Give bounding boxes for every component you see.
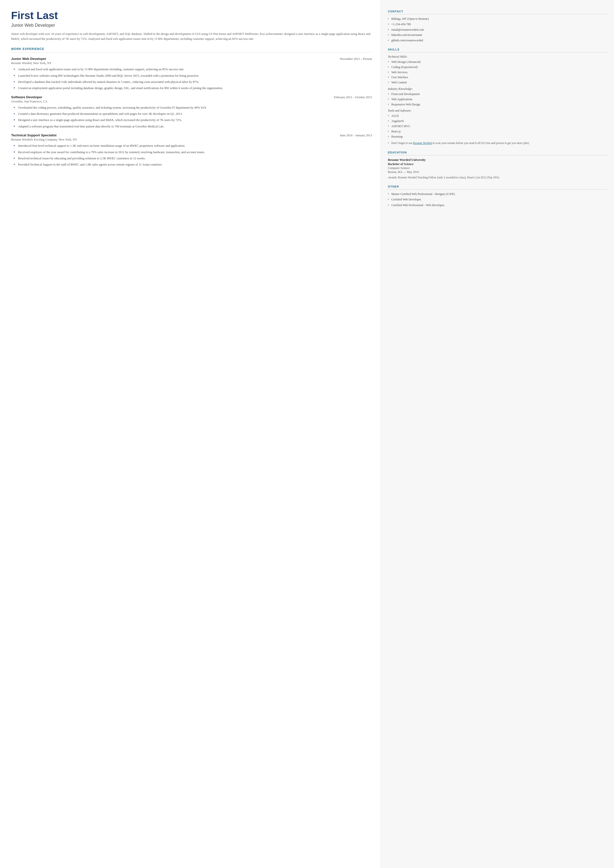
promo-link-text: Resume Worded	[413, 141, 432, 144]
industry-skills-list: Front-end Development Web Applications R…	[388, 92, 607, 106]
promo-prefix: Don't forget to use	[391, 141, 413, 144]
job-1-title: Junior Web Developer	[11, 57, 46, 61]
edu-field: Computer Science	[388, 166, 607, 170]
other-title: OTHER	[388, 185, 607, 189]
list-item: Web Content	[388, 81, 607, 85]
job-3-dates: June 2010 – January 2013	[340, 134, 372, 137]
job-2-bullets: Overhauled the coding process, schedulin…	[11, 106, 372, 129]
list-item: ASP.NET MVC	[388, 124, 607, 129]
main-content: First Last Junior Web Developer Junior w…	[0, 0, 381, 868]
list-item: linkedin.com/in/username	[388, 33, 607, 37]
edu-awards: Awards: Resume Worded Teaching Fellow (o…	[388, 175, 607, 180]
list-item: Billings, MT (Open to Remote)	[388, 17, 607, 21]
list-item: Created a data dictionary generator that…	[14, 112, 372, 116]
edu-school: Resume Worded University	[388, 158, 607, 162]
list-item: AngularJS	[388, 119, 607, 123]
job-2-company: Growthsi, San Francisco, CA	[11, 100, 372, 103]
list-item: Web Design (Advanced)	[388, 60, 607, 64]
header: First Last Junior Web Developer Junior w…	[11, 10, 372, 41]
list-item: Certified Web Professional - Web Develop…	[388, 203, 607, 207]
list-item: Resolved technical issues by educating a…	[14, 156, 372, 161]
candidate-title: Junior Web Developer	[11, 23, 372, 28]
education-title: EDUCATION	[388, 151, 607, 155]
job-1-header: Junior Web Developer November 2015 – Pre…	[11, 57, 372, 61]
list-item: Web Applications	[388, 97, 607, 101]
resume-worded-link[interactable]: Resume Worded	[413, 141, 432, 144]
list-item: Created an employment application portal…	[14, 86, 372, 90]
skills-title: SKILLS	[388, 48, 607, 53]
list-item: Coding (Experienced)	[388, 65, 607, 69]
list-item: Designed a user interface as a single-pa…	[14, 118, 372, 123]
skills-category-tools: Tools and Software:	[388, 109, 607, 113]
list-item: Developed a database that tracked 3.6K i…	[14, 80, 372, 84]
edu-degree: Bachelor of Science	[388, 162, 607, 166]
job-3-company: Resume Worded's Exciting Company, New Yo…	[11, 138, 372, 141]
promo-suffix: to scan your resume before you send it o…	[432, 141, 529, 144]
education-section: EDUCATION Resume Worded University Bache…	[388, 151, 607, 180]
list-item: AJAX	[388, 114, 607, 118]
job-2-title: Software Developer	[11, 95, 42, 99]
edu-location: Boston, MA — May 2010	[388, 170, 607, 174]
list-item: Front-end Development	[388, 92, 607, 96]
list-item: Overhauled the coding process, schedulin…	[14, 106, 372, 110]
list-item: Bootstrap	[388, 135, 607, 139]
job-2-dates: February 2013 – October 2015	[334, 96, 372, 99]
job-1-dates: November 2015 – Present	[340, 57, 372, 61]
contact-title: CONTACT	[388, 10, 607, 14]
list-item: User Interface	[388, 75, 607, 79]
skills-section: SKILLS Technical Skills: Web Design (Adv…	[388, 48, 607, 146]
list-item: Introduced first-level technical support…	[14, 143, 372, 148]
job-1-bullets: Analyzed and fixed web application issue…	[11, 67, 372, 91]
list-item: Responsive Web Design	[388, 102, 607, 107]
work-experience-title: WORK EXPERIENCE	[11, 47, 372, 53]
job-2: Software Developer February 2013 – Octob…	[11, 95, 372, 129]
other-section: OTHER Master Certified Web Professional …	[388, 185, 607, 207]
list-item: Launched 8 new websites using RW technol…	[14, 73, 372, 78]
tools-skills-list: AJAX AngularJS ASP.NET MVC React.js Boot…	[388, 114, 607, 138]
job-3-bullets: Introduced first-level technical support…	[11, 143, 372, 167]
job-3-header: Technical Support Specialist June 2010 –…	[11, 134, 372, 137]
contact-section: CONTACT Billings, MT (Open to Remote) +1…	[388, 10, 607, 43]
work-experience-section: WORK EXPERIENCE Junior Web Developer Nov…	[11, 47, 372, 167]
job-3-title: Technical Support Specialist	[11, 134, 57, 137]
list-item: github.com/resumeworded	[388, 38, 607, 43]
job-2-header: Software Developer February 2013 – Octob…	[11, 95, 372, 99]
list-item: Web Services	[388, 70, 607, 75]
list-item: React.js	[388, 129, 607, 134]
list-item: Analyzed and fixed web application issue…	[14, 67, 372, 72]
list-item: +1-234-456-789	[388, 22, 607, 26]
contact-list: Billings, MT (Open to Remote) +1-234-456…	[388, 17, 607, 43]
list-item: Certified Web Developer.	[388, 197, 607, 202]
sidebar: CONTACT Billings, MT (Open to Remote) +1…	[381, 0, 614, 868]
candidate-name: First Last	[11, 10, 372, 21]
job-1-company: Resume Worded, New York, NY	[11, 61, 372, 65]
list-item: email@resumeworded.com	[388, 28, 607, 32]
technical-skills-list: Web Design (Advanced) Coding (Experience…	[388, 60, 607, 85]
candidate-summary: Junior web developer with over 10 years …	[11, 31, 372, 41]
list-item: Received employee of the year award for …	[14, 150, 372, 155]
skills-category-industry: Industry Knowledge:	[388, 87, 607, 91]
skills-category-technical: Technical Skills:	[388, 55, 607, 59]
promo-text: Don't forget to use Resume Worded to sca…	[388, 141, 607, 145]
list-item: Master Certified Web Professional - Desi…	[388, 192, 607, 196]
job-1: Junior Web Developer November 2015 – Pre…	[11, 57, 372, 91]
job-3: Technical Support Specialist June 2010 –…	[11, 134, 372, 167]
other-list: Master Certified Web Professional - Desi…	[388, 192, 607, 207]
list-item: Adapted a software program that transmit…	[14, 124, 372, 129]
list-item: Provided Technical Support to the staff …	[14, 162, 372, 167]
